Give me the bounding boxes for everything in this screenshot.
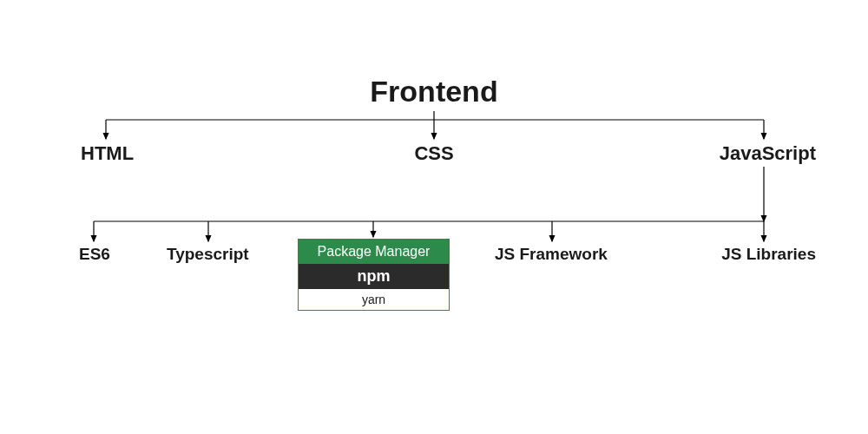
- package-manager-yarn: yarn: [299, 289, 449, 310]
- package-manager-npm: npm: [299, 264, 449, 289]
- node-html: HTML: [81, 142, 134, 165]
- connector-lines: [0, 0, 868, 434]
- node-js-framework: JS Framework: [495, 245, 608, 264]
- package-manager-title: Package Manager: [299, 240, 449, 264]
- package-manager-box: Package Manager npm yarn: [298, 239, 450, 311]
- node-typescript: Typescript: [167, 245, 249, 264]
- root-frontend: Frontend: [370, 75, 497, 108]
- node-js-libraries: JS Libraries: [721, 245, 816, 264]
- frontend-tree-diagram: Frontend HTML CSS JavaScript ES6 Typescr…: [0, 0, 868, 434]
- node-es6: ES6: [79, 245, 110, 264]
- node-javascript: JavaScript: [720, 142, 816, 165]
- node-css: CSS: [414, 142, 453, 165]
